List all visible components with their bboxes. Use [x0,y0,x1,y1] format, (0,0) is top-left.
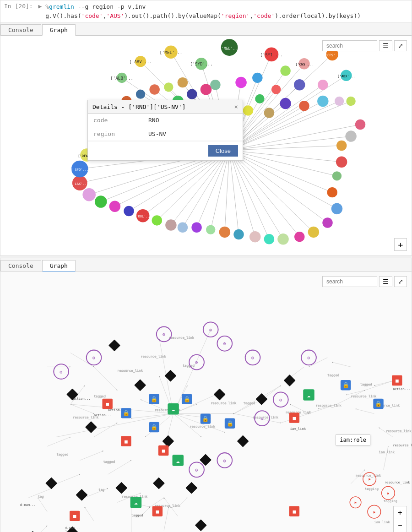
node-16[interactable] [255,94,264,103]
tab-graph-bottom[interactable]: Graph [42,260,76,271]
node-64[interactable] [149,84,159,94]
node-30[interactable] [331,203,343,215]
node-62[interactable] [178,77,188,87]
node-46[interactable] [109,201,121,212]
iam-tooltip-text: iam:role [340,437,366,443]
bottom-graph-svg: resource_link resource_link resource_lin… [0,271,412,532]
node-40[interactable] [191,222,201,232]
bottom-zoom-plus[interactable]: + [394,506,407,519]
svg-text:['MEL'...: ['MEL'... [219,46,239,51]
node-42[interactable] [165,219,177,231]
node-23[interactable] [346,97,355,106]
svg-text:resource_link: resource_link [393,443,412,447]
svg-rect-168 [76,489,88,501]
svg-rect-169 [115,482,127,494]
node-31[interactable] [322,217,332,228]
bottom-search-input[interactable] [322,276,377,287]
svg-rect-181 [255,393,267,405]
node-25[interactable] [345,130,357,142]
svg-text:action...: action... [94,413,112,417]
modal-close-btn[interactable]: Close [208,145,238,157]
node-36[interactable] [249,231,261,243]
svg-text:['OOL'...: ['OOL'... [134,214,152,218]
bottom-expand-btn[interactable]: ⤢ [394,276,407,287]
node-20[interactable] [299,101,309,111]
node-38[interactable] [219,227,231,238]
top-graph-toolbar: ☰ ⤢ [322,40,407,51]
top-search-input[interactable] [322,40,377,51]
bottom-panel: Console Graph ☰ ⤢ [0,258,412,532]
svg-line-65 [225,150,229,232]
node-45[interactable] [124,206,134,216]
run-icon[interactable]: ▶ [38,3,42,10]
node-26[interactable] [336,141,347,151]
node-13[interactable] [271,85,281,94]
svg-text:☁: ☁ [134,499,138,506]
svg-text:■: ■ [162,448,165,454]
top-expand-btn[interactable]: ⤢ [394,40,407,51]
code-line1: %gremlin --g region -p v,inv [45,2,361,11]
node-10[interactable] [318,80,328,90]
svg-rect-175 [134,379,146,391]
modal-close-x[interactable]: × [234,103,238,110]
bottom-graph-toolbar: ☰ ⤢ [322,276,407,287]
top-panel: Console Graph ☰ ⤢ [0,22,412,255]
bottom-zoom-minus[interactable]: − [394,519,407,532]
node-19[interactable] [280,98,291,109]
node-37[interactable] [233,229,244,239]
node-24[interactable] [355,119,365,130]
node-22[interactable] [335,97,344,106]
node-48[interactable] [82,188,96,201]
svg-text:⚙: ⚙ [279,397,282,402]
bottom-list-btn[interactable]: ☰ [379,276,392,287]
svg-text:['SFO'...: ['SFO'... [71,168,89,172]
cell-index: In [20]: [4,3,33,10]
tab-graph-top[interactable]: Graph [42,24,76,36]
svg-line-35 [229,150,239,234]
svg-line-93 [94,423,117,437]
node-32[interactable] [308,227,320,238]
node-21[interactable] [317,96,329,107]
svg-text:⚙: ⚙ [92,355,95,360]
node-15[interactable] [235,77,247,88]
node-18[interactable] [264,108,274,118]
top-list-btn[interactable]: ☰ [379,40,392,51]
node-12[interactable] [280,65,290,76]
tag-nodes[interactable] [27,339,295,532]
node-34[interactable] [277,233,289,245]
svg-line-34 [229,150,255,237]
svg-rect-178 [195,519,207,531]
node-27[interactable] [336,156,347,168]
node-47[interactable] [95,195,107,208]
node-14[interactable] [252,73,262,83]
node-35[interactable] [264,234,274,244]
svg-line-132 [70,353,94,367]
node-39[interactable] [206,225,215,234]
svg-text:■: ■ [106,401,109,407]
svg-text:action...: action... [73,396,91,401]
top-zoom-plus[interactable]: + [394,238,407,251]
svg-text:⚙: ⚙ [195,467,198,472]
node-59[interactable] [187,89,197,99]
node-11[interactable] [294,79,305,91]
svg-text:⚙: ⚙ [162,332,165,337]
node-41[interactable] [178,222,188,232]
svg-text:🔒: 🔒 [227,420,234,427]
node-43[interactable] [152,215,162,225]
node-29[interactable] [327,187,337,197]
node-61[interactable] [210,80,220,90]
svg-text:resource_link: resource_link [141,354,166,358]
svg-rect-167 [45,477,57,489]
svg-line-97 [56,474,80,483]
node-63[interactable] [164,82,173,92]
node-17[interactable] [243,105,253,115]
tab-console-bottom[interactable]: Console [0,260,41,271]
modal-footer: Close [88,141,243,160]
svg-text:['MEL'...: ['MEL'... [160,50,183,55]
node-28[interactable] [332,171,342,180]
svg-text:■: ■ [125,439,128,445]
node-33[interactable] [294,232,304,242]
tab-console-top[interactable]: Console [0,24,41,35]
node-65[interactable] [136,89,145,98]
node-60[interactable] [201,84,212,95]
